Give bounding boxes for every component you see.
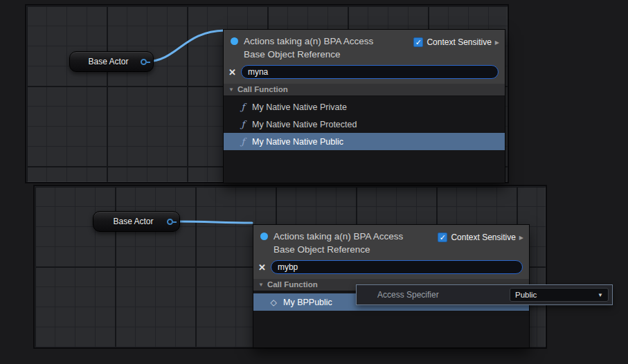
clear-search-icon[interactable]: ✕ [228, 68, 236, 77]
function-icon: ƒ [240, 119, 246, 129]
dropdown-value: Public [515, 291, 537, 299]
chevron-down-icon: ▼ [598, 292, 603, 298]
node-base-actor-top[interactable]: Base Actor [69, 51, 154, 72]
category-label: Call Function [237, 85, 288, 93]
menu-header: Actions taking a(n) BPA Access Base Obje… [253, 225, 529, 258]
list-item-my-native-native-public[interactable]: ƒ My Native Native Public [224, 133, 505, 150]
search-row: ✕ [253, 258, 529, 279]
blueprint-function-icon: ◇ [269, 298, 278, 307]
blueprint-editor: Base Actor Base Actor Actions taking a(n… [0, 0, 628, 364]
menu-header: Actions taking a(n) BPA Access Base Obje… [224, 30, 505, 63]
menu-title: Actions taking a(n) BPA Access Base Obje… [244, 35, 373, 61]
category-label: Call Function [267, 280, 318, 289]
category-call-function[interactable]: ▼ Call Function [224, 84, 505, 96]
object-output-pin-icon[interactable] [167, 219, 173, 225]
context-sensitive-checkbox[interactable]: ✓ [438, 233, 447, 242]
list-item-label: My Native Native Public [252, 137, 343, 147]
context-sensitive-checkbox[interactable]: ✓ [413, 37, 423, 47]
node-title: Base Actor [76, 57, 141, 66]
menu-title-line2: Base Object Reference [244, 48, 373, 61]
triangle-down-icon: ▼ [228, 87, 234, 93]
chevron-right-icon[interactable]: ▶ [519, 235, 523, 241]
access-specifier-dropdown[interactable]: Public ▼ [510, 288, 609, 302]
list-item-my-native-native-private[interactable]: ƒ My Native Native Private [224, 98, 505, 116]
search-input[interactable] [241, 65, 499, 79]
menu-title: Actions taking a(n) BPA Access Base Obje… [273, 230, 403, 256]
object-output-pin-icon[interactable] [141, 59, 147, 65]
list-item-label: My BPPublic [283, 298, 332, 307]
context-sensitive-label[interactable]: Context Sensitive [451, 233, 515, 242]
menu-title-line1: Actions taking a(n) BPA Access [244, 35, 373, 48]
action-list: ƒ My Native Native Private ƒ My Native N… [224, 96, 505, 183]
triangle-down-icon: ▼ [258, 282, 264, 288]
search-input[interactable] [271, 260, 523, 274]
chevron-right-icon[interactable]: ▶ [495, 39, 499, 46]
search-row: ✕ [224, 63, 505, 84]
menu-title-line2: Base Object Reference [273, 243, 403, 256]
object-pin-icon [260, 233, 268, 240]
function-icon: ƒ [240, 102, 246, 112]
context-sensitive-label[interactable]: Context Sensitive [427, 37, 491, 47]
access-specifier-tooltip: Access Specifier Public ▼ [356, 284, 613, 305]
access-specifier-label: Access Specifier [357, 290, 439, 300]
clear-search-icon[interactable]: ✕ [258, 263, 266, 272]
context-action-menu-top: Actions taking a(n) BPA Access Base Obje… [223, 29, 505, 183]
node-title: Base Actor [100, 217, 167, 226]
list-item-my-native-native-protected[interactable]: ƒ My Native Native Protected [224, 116, 505, 133]
node-base-actor-bottom[interactable]: Base Actor [93, 211, 180, 232]
object-pin-icon [231, 37, 238, 45]
menu-title-line1: Actions taking a(n) BPA Access [273, 230, 403, 243]
function-icon: ƒ [240, 136, 246, 147]
list-item-label: My Native Native Protected [252, 120, 357, 129]
list-item-label: My Native Native Private [252, 102, 347, 112]
